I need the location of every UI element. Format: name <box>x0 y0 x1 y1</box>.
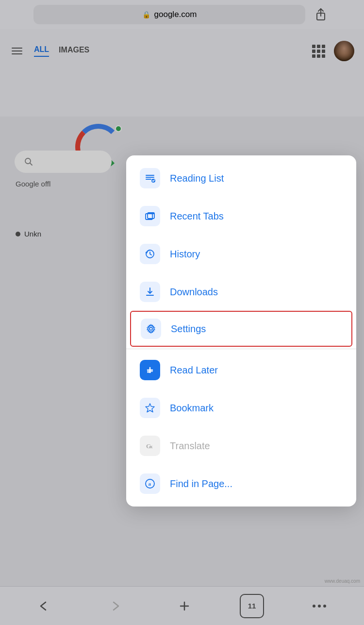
dropdown-menu: Reading List Recent Tabs History <box>126 155 356 507</box>
recent-tabs-icon <box>140 206 160 226</box>
bookmark-label: Bookmark <box>170 403 214 414</box>
reading-list-icon <box>140 168 160 188</box>
menu-item-find-in-page[interactable]: a Find in Page... <box>126 465 356 503</box>
svg-rect-13 <box>147 371 153 372</box>
svg-rect-14 <box>147 372 151 373</box>
settings-icon <box>141 319 161 339</box>
downloads-label: Downloads <box>170 287 218 298</box>
svg-rect-3 <box>146 177 154 178</box>
find-in-page-icon: a <box>140 473 160 494</box>
downloads-icon <box>140 282 160 302</box>
reading-list-label: Reading List <box>170 173 224 184</box>
translate-label: Translate <box>170 440 210 452</box>
menu-item-reading-list[interactable]: Reading List <box>126 159 356 197</box>
recent-tabs-label: Recent Tabs <box>170 211 224 222</box>
read-later-icon <box>140 360 160 380</box>
svg-text:x: x <box>150 443 153 449</box>
menu-item-recent-tabs[interactable]: Recent Tabs <box>126 197 356 235</box>
history-icon <box>140 244 160 264</box>
svg-marker-15 <box>146 404 154 412</box>
svg-text:a: a <box>149 481 151 487</box>
menu-item-downloads[interactable]: Downloads <box>126 273 356 311</box>
menu-item-read-later[interactable]: Read Later <box>126 351 356 389</box>
settings-item-container: Settings <box>130 311 352 347</box>
menu-item-translate[interactable]: G x Translate <box>126 427 356 465</box>
find-in-page-label: Find in Page... <box>170 478 232 490</box>
svg-rect-8 <box>148 213 154 214</box>
svg-point-11 <box>149 327 152 330</box>
svg-rect-10 <box>146 295 154 296</box>
read-later-label: Read Later <box>170 365 218 376</box>
menu-item-bookmark[interactable]: Bookmark <box>126 389 356 427</box>
bookmark-icon <box>140 398 160 418</box>
menu-item-settings[interactable]: Settings <box>131 312 351 346</box>
svg-rect-4 <box>146 179 151 180</box>
svg-rect-2 <box>146 175 154 176</box>
settings-label: Settings <box>171 323 206 335</box>
menu-item-history[interactable]: History <box>126 235 356 273</box>
history-label: History <box>170 249 200 260</box>
menu-divider <box>126 349 356 349</box>
translate-icon: G x <box>140 436 160 456</box>
